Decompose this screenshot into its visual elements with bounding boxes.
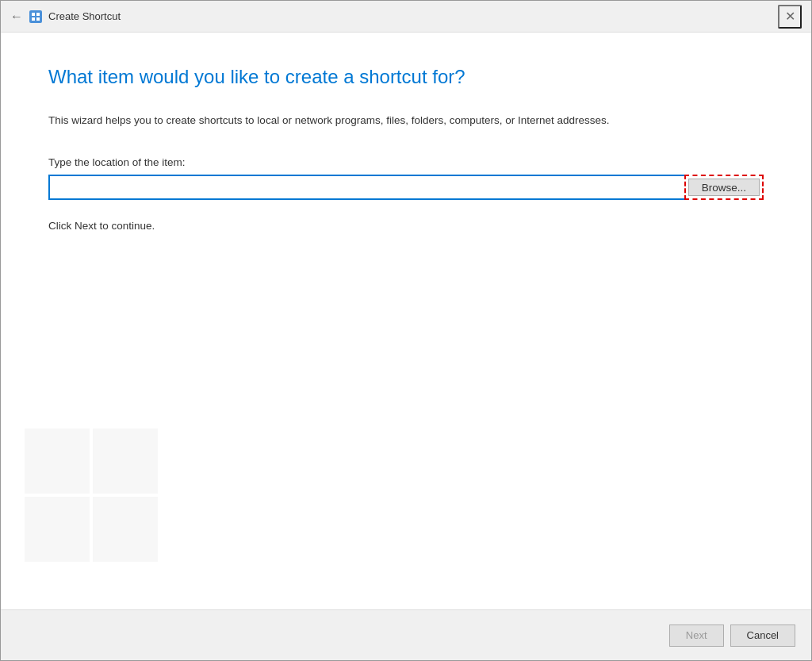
svg-rect-1 [36, 13, 40, 16]
watermark [25, 428, 167, 562]
location-form: Type the location of the item: Browse... [48, 156, 764, 200]
browse-button[interactable]: Browse... [688, 179, 760, 196]
back-arrow-icon[interactable]: ← [10, 10, 23, 24]
close-button[interactable]: ✕ [778, 5, 802, 29]
create-shortcut-window: ← Create Shortcut ✕ What item would you … [0, 0, 812, 661]
hint-text: Click Next to continue. [48, 220, 764, 232]
svg-rect-0 [32, 13, 35, 16]
wm-tile-3 [25, 497, 90, 562]
svg-rect-3 [36, 17, 40, 21]
location-input[interactable] [48, 175, 684, 200]
window-icon [29, 10, 42, 23]
main-content: What item would you like to create a sho… [1, 33, 811, 609]
title-bar-left: ← Create Shortcut [10, 10, 121, 24]
browse-button-highlight: Browse... [684, 175, 764, 200]
page-heading: What item would you like to create a sho… [48, 64, 764, 89]
wm-tile-2 [93, 428, 158, 494]
location-label: Type the location of the item: [48, 156, 764, 168]
title-bar: ← Create Shortcut ✕ [1, 1, 811, 33]
wm-tile-4 [93, 497, 158, 562]
wm-tile-1 [25, 428, 90, 494]
footer: Next Cancel [1, 609, 811, 660]
cancel-button[interactable]: Cancel [730, 624, 795, 647]
svg-rect-2 [32, 17, 35, 21]
next-button[interactable]: Next [669, 624, 724, 647]
input-row: Browse... [48, 175, 764, 200]
description-text: This wizard helps you to create shortcut… [48, 113, 764, 129]
window-title: Create Shortcut [48, 10, 121, 22]
